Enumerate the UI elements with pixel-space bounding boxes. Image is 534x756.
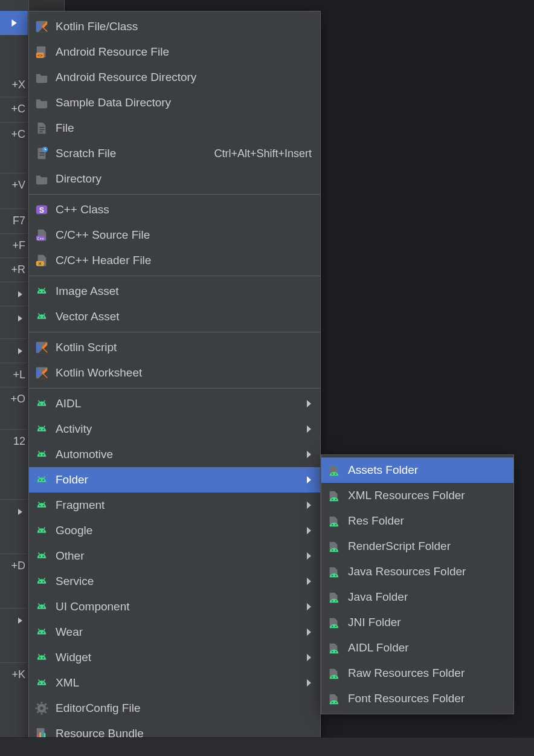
svg-point-53 <box>43 555 44 557</box>
parent-menu-hint[interactable] <box>0 499 28 523</box>
parent-menu-hint[interactable]: +L <box>0 363 28 387</box>
parent-menu-new-item[interactable] <box>0 11 28 35</box>
svg-line-50 <box>39 528 40 529</box>
svg-rect-7 <box>39 152 44 153</box>
submenu-item-java-resources-folder[interactable]: Java Resources Folder <box>321 559 513 584</box>
menu-item-wear[interactable]: Wear <box>29 619 320 645</box>
parent-menu-hint[interactable]: +K <box>0 662 28 687</box>
menu-item-folder[interactable]: Folder <box>29 467 320 493</box>
android-icon <box>35 575 48 588</box>
menu-item-kotlin-worksheet[interactable]: Kotlin Worksheet <box>29 360 320 386</box>
svg-rect-8 <box>39 155 44 156</box>
parent-menu-hint[interactable] <box>0 282 28 306</box>
menu-item-kotlin-file-class[interactable]: Kotlin File/Class <box>29 14 320 39</box>
android-icon <box>35 651 48 664</box>
menu-item-other[interactable]: Other <box>29 543 320 569</box>
menu-item-google[interactable]: Google <box>29 518 320 543</box>
menu-separator <box>29 194 320 195</box>
menu-item-label: Vector Asset <box>56 310 120 323</box>
menu-item-c-class[interactable]: SC++ Class <box>29 197 320 222</box>
submenu-item-label: JNI Folder <box>348 616 401 629</box>
parent-menu-hint[interactable]: +O <box>0 387 28 411</box>
android-folder-icon <box>327 514 341 528</box>
submenu-item-font-resources-folder[interactable]: Font Resources Folder <box>321 686 513 711</box>
parent-menu-hint[interactable]: F7 <box>0 208 28 233</box>
svg-line-71 <box>44 654 45 656</box>
submenu-item-label: Assets Folder <box>348 464 418 477</box>
menu-item-vector-asset[interactable]: Vector Asset <box>29 304 320 329</box>
svg-point-109 <box>332 702 333 703</box>
shortcut-fragment: +D <box>11 560 25 572</box>
menu-item-kotlin-script[interactable]: Kotlin Script <box>29 335 320 360</box>
svg-point-23 <box>43 316 44 317</box>
submenu-item-renderscript-folder[interactable]: RenderScript Folder <box>321 534 513 559</box>
android-icon <box>35 285 48 298</box>
submenu-item-jni-folder[interactable]: JNI Folder <box>321 610 513 635</box>
menu-item-android-resource-file[interactable]: <>Android Resource File <box>29 39 320 65</box>
svg-point-28 <box>39 403 40 404</box>
menu-item-ui-component[interactable]: UI Component <box>29 594 320 619</box>
parent-menu-hint[interactable]: +X <box>0 73 28 97</box>
menu-item-fragment[interactable]: Fragment <box>29 493 320 518</box>
android-icon <box>35 310 48 323</box>
svg-line-20 <box>39 288 40 290</box>
parent-menu-hint[interactable]: +R <box>0 257 28 282</box>
parent-menu-hint[interactable] <box>0 608 28 632</box>
submenu-item-xml-resources-folder[interactable]: XML Resources Folder <box>321 483 513 508</box>
svg-line-63 <box>44 604 45 606</box>
menu-item-widget[interactable]: Widget <box>29 645 320 670</box>
menu-item-directory[interactable]: Directory <box>29 166 320 192</box>
menu-item-aidl[interactable]: AIDL <box>29 391 320 416</box>
shortcut-fragment: +C <box>11 103 25 115</box>
svg-point-41 <box>43 479 44 480</box>
svg-line-51 <box>44 528 45 529</box>
submenu-item-raw-resources-folder[interactable]: Raw Resources Folder <box>321 661 513 686</box>
parent-menu-hint[interactable]: +C <box>0 122 28 146</box>
svg-line-38 <box>39 451 40 453</box>
parent-menu-hint[interactable] <box>0 306 28 330</box>
svg-point-100 <box>335 575 336 577</box>
submenu-arrow-icon <box>306 502 312 509</box>
svg-line-46 <box>39 502 40 504</box>
android-folder-icon <box>327 641 341 654</box>
parent-menu-hint[interactable]: +F <box>0 233 28 257</box>
parent-menu-hint[interactable]: 12 <box>0 429 28 453</box>
svg-point-110 <box>335 702 336 703</box>
parent-menu-hint[interactable] <box>0 338 28 363</box>
menu-item-editorconfig-file[interactable]: EditorConfig File <box>29 696 320 721</box>
svg-point-18 <box>39 291 40 292</box>
svg-point-65 <box>43 632 44 633</box>
submenu-item-aidl-folder[interactable]: AIDL Folder <box>321 635 513 661</box>
menu-item-automotive[interactable]: Automotive <box>29 442 320 467</box>
menu-item-label: Other <box>56 549 85 563</box>
menu-item-image-asset[interactable]: Image Asset <box>29 279 320 304</box>
parent-menu-hint[interactable]: +D <box>0 554 28 578</box>
submenu-item-java-folder[interactable]: Java Folder <box>321 584 513 610</box>
svg-point-37 <box>43 454 44 455</box>
menu-item-c-c-source-file[interactable]: C++C/C++ Source File <box>29 222 320 248</box>
submenu-item-label: Font Resources Folder <box>348 692 465 705</box>
menu-item-label: Image Asset <box>56 285 119 298</box>
menu-item-c-c-header-file[interactable]: HC/C++ Header File <box>29 248 320 273</box>
parent-menu-hint[interactable]: +C <box>0 97 28 121</box>
menu-item-sample-data-directory[interactable]: Sample Data Directory <box>29 90 320 115</box>
menu-item-label: AIDL <box>56 397 81 410</box>
menu-item-service[interactable]: Service <box>29 569 320 594</box>
svg-text:C++: C++ <box>37 236 44 241</box>
parent-menu-hint[interactable]: +V <box>0 173 28 197</box>
menu-item-file[interactable]: File <box>29 115 320 141</box>
menu-item-scratch-file[interactable]: Scratch FileCtrl+Alt+Shift+Insert <box>29 141 320 166</box>
submenu-item-assets-folder[interactable]: Assets Folder <box>321 457 513 483</box>
submenu-item-res-folder[interactable]: Res Folder <box>321 508 513 534</box>
menu-item-activity[interactable]: Activity <box>29 416 320 442</box>
menu-item-xml[interactable]: XML <box>29 670 320 696</box>
kotlin-icon <box>35 20 48 33</box>
menu-item-android-resource-directory[interactable]: Android Resource Directory <box>29 65 320 90</box>
context-menu-new: Kotlin File/Class <>Android Resource Fil… <box>28 11 321 749</box>
android-icon <box>35 473 48 486</box>
submenu-item-label: Java Resources Folder <box>348 565 466 578</box>
svg-point-36 <box>39 454 40 455</box>
submenu-item-label: Raw Resources Folder <box>348 667 465 680</box>
submenu-arrow-icon <box>306 400 312 407</box>
svg-point-61 <box>43 606 44 607</box>
